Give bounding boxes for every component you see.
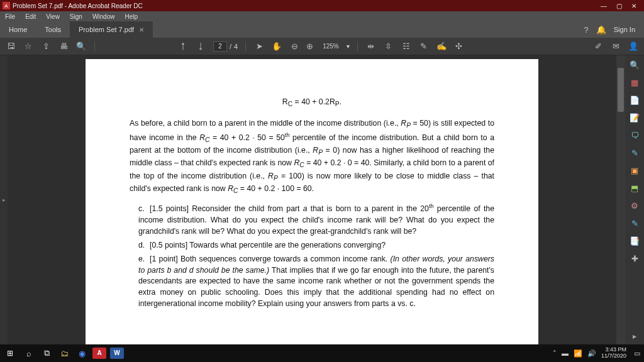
close-button[interactable]: ✕ (626, 3, 641, 9)
zoom-out-icon[interactable]: ⊖ (289, 41, 300, 51)
stamp-icon[interactable]: ✣ (453, 41, 465, 51)
list-item-e: e.[1 point] Both sequences converge towa… (138, 254, 494, 310)
taskbar-acrobat-icon[interactable]: A (92, 348, 106, 359)
tray-wifi-icon[interactable]: 📶 (574, 349, 582, 358)
hand-tool-icon[interactable]: ✋ (271, 41, 282, 51)
separator (94, 41, 95, 52)
menu-edit[interactable]: Edit (20, 13, 41, 20)
tool-compress-icon[interactable]: ⚙ (629, 200, 640, 211)
taskbar: ⊞ ⌕ ⧉ 🗂 ◉ A W ˄ ▬ 📶 🔊 3:43 PM 11/7/2020 … (0, 344, 644, 362)
fit-width-icon[interactable]: ⇹ (365, 41, 377, 51)
mail-icon[interactable]: ✉ (610, 41, 621, 51)
page-sep: / (230, 43, 231, 50)
window-title: Problem Set 7.pdf - Adobe Acrobat Reader… (13, 3, 143, 9)
tray-date: 11/7/2020 (601, 353, 626, 359)
tool-search-icon[interactable]: 🔍 (629, 59, 640, 70)
print-icon[interactable]: 🖶 (58, 41, 69, 51)
scrollbar[interactable] (616, 55, 625, 344)
document-viewport[interactable]: RC = 40 + 0.2RP. As before, a child born… (8, 55, 616, 344)
tool-redact-icon[interactable]: ✎ (629, 217, 640, 229)
toolbar: 🖫 ☆ ⇪ 🖶 🔍 ⭡ ⭣ / 4 ➤ ✋ ⊖ ⊕ 125% ▾ ⇹ ⇳ ☷ ✎… (0, 38, 644, 55)
star-icon[interactable]: ☆ (23, 41, 34, 51)
select-tool-icon[interactable]: ➤ (253, 41, 265, 51)
tool-add-icon[interactable]: ✚ (629, 253, 640, 264)
taskbar-taskview-icon[interactable]: ⧉ (38, 348, 55, 358)
zoom-caret-icon[interactable]: ▾ (347, 43, 350, 50)
taskbar-search-icon[interactable]: ⌕ (20, 349, 38, 358)
start-button[interactable]: ⊞ (0, 349, 20, 358)
page-total: 4 (234, 43, 238, 50)
expand-panel-icon[interactable]: ▸ (633, 332, 636, 341)
tool-create-icon[interactable]: 📄 (629, 94, 640, 106)
tray-volume-icon[interactable]: 🔊 (587, 349, 596, 358)
paragraph-1: As before, a child born to a parent in t… (130, 118, 494, 196)
workspace: ▸ RC = 40 + 0.2RP. As before, a child bo… (0, 55, 644, 344)
fit-page-icon[interactable]: ⇳ (383, 41, 394, 51)
system-tray: ˄ ▬ 📶 🔊 3:43 PM 11/7/2020 ▭ (553, 347, 644, 359)
tool-more-icon[interactable]: 📑 (629, 235, 640, 246)
left-panel-toggle[interactable]: ▸ (0, 55, 8, 344)
menu-sign[interactable]: Sign (65, 13, 87, 20)
tab-close-icon[interactable]: ✕ (139, 26, 144, 33)
share-icon[interactable]: 👤 (628, 41, 639, 51)
tool-fill-sign-icon[interactable]: ✎ (629, 147, 640, 158)
page-current-input[interactable] (213, 41, 227, 52)
list-item-c: c.[1.5 points] Reconsider the child from… (138, 202, 494, 238)
separator (357, 41, 358, 52)
tab-bar: Home Tools Problem Set 7.pdf ✕ ? 🔔 Sign … (0, 21, 644, 38)
page-up-icon[interactable]: ⭡ (178, 41, 189, 51)
zoom-in-icon[interactable]: ⊕ (304, 41, 315, 51)
tool-export-icon[interactable]: ▦ (629, 77, 640, 88)
tray-overflow-icon[interactable]: ˄ (553, 349, 557, 358)
tray-battery-icon[interactable]: ▬ (562, 349, 569, 357)
save-icon[interactable]: 🖫 (5, 41, 16, 51)
menu-help[interactable]: Help (119, 13, 143, 20)
maximize-button[interactable]: ▢ (611, 3, 626, 9)
edit-sign-icon[interactable]: ✐ (592, 41, 604, 51)
document-page: RC = 40 + 0.2RP. As before, a child born… (86, 59, 538, 344)
tool-organize-icon[interactable]: ▣ (629, 165, 640, 176)
search-icon[interactable]: 🔍 (75, 41, 87, 51)
menu-bar: File Edit View Sign Window Help (0, 11, 644, 21)
tool-protect-icon[interactable]: ⬒ (629, 182, 640, 194)
annotate-icon[interactable]: ✎ (418, 41, 430, 51)
bell-icon[interactable]: 🔔 (596, 25, 606, 35)
scroll-thumb[interactable] (618, 68, 624, 112)
taskbar-chrome-icon[interactable]: ◉ (73, 349, 91, 358)
minimize-button[interactable]: — (596, 3, 611, 9)
menu-window[interactable]: Window (87, 13, 120, 20)
tab-tools[interactable]: Tools (36, 21, 70, 38)
upload-icon[interactable]: ⇪ (40, 41, 52, 51)
sign-in-button[interactable]: Sign In (614, 26, 635, 33)
tool-edit-icon[interactable]: 📝 (629, 112, 640, 123)
list-item-d: d.[0.5 points] Towards what percentile a… (138, 240, 494, 251)
help-icon[interactable]: ? (584, 25, 589, 35)
equation: RC = 40 + 0.2RP. (130, 97, 494, 109)
separator (245, 41, 246, 52)
taskbar-word-icon[interactable]: W (110, 348, 124, 359)
menu-view[interactable]: View (41, 13, 65, 20)
tab-document[interactable]: Problem Set 7.pdf ✕ (70, 21, 153, 38)
window-titlebar: A Problem Set 7.pdf - Adobe Acrobat Read… (0, 0, 644, 11)
sign-icon[interactable]: ✍ (436, 41, 447, 51)
page-indicator: / 4 (213, 41, 238, 52)
right-tools-panel: 🔍 ▦ 📄 📝 🗨 ✎ ▣ ⬒ ⚙ ✎ 📑 ✚ ▸ (625, 55, 644, 344)
tab-document-label: Problem Set 7.pdf (79, 26, 134, 33)
menu-file[interactable]: File (0, 13, 20, 20)
zoom-value[interactable]: 125% (319, 42, 343, 50)
tray-clock[interactable]: 3:43 PM 11/7/2020 (601, 347, 629, 359)
read-mode-icon[interactable]: ☷ (401, 41, 412, 51)
taskbar-explorer-icon[interactable]: 🗂 (55, 349, 73, 358)
page-down-icon[interactable]: ⭣ (196, 41, 207, 51)
tray-action-center-icon[interactable]: ▭ (634, 349, 640, 358)
app-icon: A (3, 2, 10, 9)
tool-comment-icon[interactable]: 🗨 (629, 129, 640, 141)
tab-home[interactable]: Home (0, 21, 36, 38)
